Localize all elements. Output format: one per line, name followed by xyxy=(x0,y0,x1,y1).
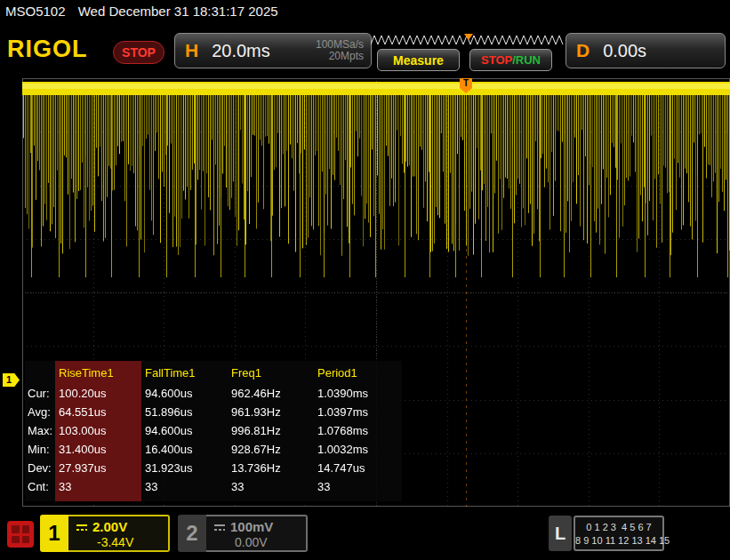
measurement-value: 961.93Hz xyxy=(228,403,314,421)
measurement-value: 16.400us xyxy=(141,440,228,459)
timebase-value: 20.0ms xyxy=(212,41,270,61)
digital-channels-row1: 0 1 2 3 4 5 6 7 xyxy=(575,521,662,534)
measurement-value: 51.896us xyxy=(141,403,228,421)
measurement-value: 14.747us xyxy=(314,459,400,477)
measurement-row-label: Avg: xyxy=(25,403,55,421)
measurement-value: 31.923us xyxy=(141,459,228,477)
measurement-value: 103.00us xyxy=(55,421,141,440)
trigger-t-icon: T xyxy=(460,78,472,88)
measurement-value: 33 xyxy=(314,477,400,496)
channel2-number[interactable]: 2 xyxy=(178,515,206,552)
measurement-value: 33 xyxy=(228,477,314,496)
measurement-row-label: Max: xyxy=(25,421,55,440)
delay-panel[interactable]: D 0.00s xyxy=(566,33,726,68)
measurement-column-falltime[interactable]: FallTime1 xyxy=(141,363,228,384)
measurement-value: 27.937us xyxy=(55,459,141,477)
digital-channels-status-box[interactable]: L 0 1 2 3 4 5 6 7 8 9 10 11 12 13 14 15 xyxy=(549,516,664,551)
measurement-value: 1.0032ms xyxy=(314,440,400,459)
measurement-value: 33 xyxy=(55,477,141,496)
trigger-position-marker[interactable]: T xyxy=(460,78,472,93)
horizontal-label: H xyxy=(185,40,198,61)
measurement-value: 962.46Hz xyxy=(228,384,314,403)
digital-channel-list: 0 1 2 3 4 5 6 7 8 9 10 11 12 13 14 15 xyxy=(574,516,664,551)
measurement-value: 94.600us xyxy=(141,384,228,403)
channel1-number[interactable]: 1 xyxy=(40,515,68,552)
measurement-value: 996.81Hz xyxy=(228,421,314,440)
datetime: Wed December 31 18:31:17 2025 xyxy=(78,4,278,19)
menu-grid-icon[interactable] xyxy=(7,521,34,548)
status-bar: MSO5102 Wed December 31 18:31:17 2025 xyxy=(5,4,278,19)
measurement-value: 64.551us xyxy=(55,403,141,421)
acquisition-info: 100MSa/s 20Mpts xyxy=(316,39,364,62)
dc-coupling-icon xyxy=(213,523,226,532)
measurement-column-risetime[interactable]: RiseTime1 xyxy=(55,363,141,384)
measurement-panel: RiseTime1 FallTime1 Freq1 Period1 Cur: 1… xyxy=(25,361,402,501)
measurement-value: 31.400us xyxy=(55,440,141,459)
trigger-arrow-icon xyxy=(460,88,472,93)
measure-button[interactable]: Measure xyxy=(377,49,460,71)
channel1-values: 2.00V -3.44V xyxy=(68,515,170,552)
run-label: /RUN xyxy=(512,53,541,67)
measurement-value: 928.67Hz xyxy=(228,440,314,459)
channel1-offset: -3.44V xyxy=(76,535,163,549)
channel1-scale: 2.00V xyxy=(92,519,127,534)
rigol-logo: RIGOL xyxy=(7,36,88,63)
measurement-value: 1.0390ms xyxy=(314,384,400,403)
measurement-row-label: Cur: xyxy=(25,384,55,403)
overview-waveform-icon xyxy=(371,34,565,46)
delay-label: D xyxy=(576,40,590,61)
stop-run-button[interactable]: STOP/RUN xyxy=(469,49,552,71)
measurement-row-label: Min: xyxy=(25,440,55,459)
measurement-value: 13.736Hz xyxy=(228,459,314,477)
measurement-row-label: Cnt: xyxy=(25,477,55,496)
dc-coupling-icon xyxy=(76,523,88,532)
digital-channels-row2: 8 9 10 11 12 13 14 15 xyxy=(575,534,662,548)
channel2-status-box[interactable]: 2 100mV 0.00V xyxy=(178,515,308,552)
stop-label: STOP xyxy=(481,53,512,67)
logic-analyzer-label[interactable]: L xyxy=(549,516,572,551)
delay-value: 0.00s xyxy=(603,41,646,61)
channel2-values: 100mV 0.00V xyxy=(206,515,308,552)
memory-depth: 20Mpts xyxy=(316,51,364,62)
channel1-level-marker[interactable]: 1 xyxy=(3,373,20,387)
oscilloscope-screen: MSO5102 Wed December 31 18:31:17 2025 RI… xyxy=(0,0,730,560)
channel2-offset: 0.00V xyxy=(213,535,301,549)
measurement-value: 1.0397ms xyxy=(314,403,400,421)
measurement-column-period[interactable]: Period1 xyxy=(314,363,400,384)
memory-overview-strip[interactable] xyxy=(371,34,565,46)
measurement-value: 100.20us xyxy=(55,384,141,403)
measurement-value: 1.0768ms xyxy=(314,421,400,440)
horizontal-timebase-panel[interactable]: H 20.0ms 100MSa/s 20Mpts xyxy=(174,33,372,68)
measurement-row-label: Dev: xyxy=(25,459,55,477)
channel2-scale: 100mV xyxy=(230,519,273,534)
measurement-column-freq[interactable]: Freq1 xyxy=(228,363,314,384)
measurement-value: 33 xyxy=(141,477,228,496)
acquisition-state-badge: STOP xyxy=(113,41,164,64)
measurement-corner xyxy=(25,363,55,384)
measurement-value: 94.600us xyxy=(141,421,228,440)
channel1-status-box[interactable]: 1 2.00V -3.44V xyxy=(40,515,170,552)
measurement-table: RiseTime1 FallTime1 Freq1 Period1 Cur: 1… xyxy=(25,361,402,496)
model-name: MSO5102 xyxy=(5,4,66,19)
